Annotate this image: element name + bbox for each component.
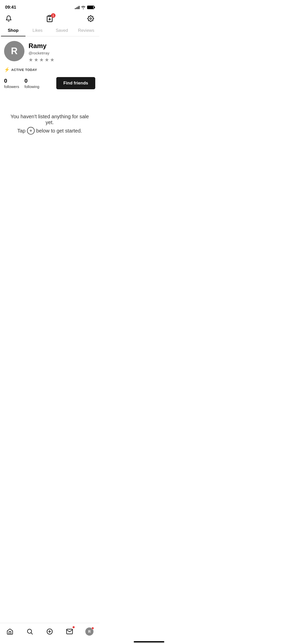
profile-tabs: Shop Likes Saved Reviews [0, 25, 99, 36]
followers-stat[interactable]: 0 followers [4, 78, 24, 89]
empty-text-line1: You haven't listed anything for sale yet… [8, 114, 92, 125]
below-label: below to get started. [36, 128, 82, 134]
tab-likes[interactable]: Likes [25, 25, 50, 36]
following-count: 0 [24, 78, 45, 84]
avatar: R [4, 41, 24, 61]
social-stats: 0 followers 0 following Find friends [0, 76, 99, 93]
plus-circle-icon: + [27, 127, 35, 135]
followers-count: 0 [4, 78, 24, 84]
profile-name: Ramy [29, 42, 55, 50]
followers-label: followers [4, 84, 24, 89]
tab-reviews[interactable]: Reviews [74, 25, 99, 36]
tap-label: Tap [17, 128, 25, 134]
star-5: ★ [50, 57, 55, 63]
signal-icon [75, 6, 79, 9]
empty-text-line2: Tap + below to get started. [17, 127, 82, 135]
tab-saved[interactable]: Saved [50, 25, 74, 36]
star-rating: ★ ★ ★ ★ ★ [29, 57, 55, 63]
avatar-letter: R [11, 46, 18, 56]
profile-section: R Ramy @rocketrray ★ ★ ★ ★ ★ [0, 36, 99, 65]
status-icons [75, 6, 94, 9]
active-text: ACTIVE TODAY [11, 68, 37, 72]
svg-rect-0 [49, 16, 51, 17]
following-stat[interactable]: 0 following [24, 78, 45, 89]
notification-badge: 1 [51, 13, 56, 18]
bell-icon [5, 15, 12, 22]
wifi-icon [81, 6, 86, 9]
star-4: ★ [45, 57, 49, 63]
svg-point-3 [90, 18, 92, 20]
empty-state: You haven't listed anything for sale yet… [0, 93, 99, 145]
gear-icon [87, 15, 94, 22]
battery-icon [87, 6, 94, 9]
app-header: 1 [0, 13, 99, 25]
settings-button[interactable] [87, 15, 94, 22]
profile-handle: @rocketrray [29, 51, 55, 55]
lightning-icon: ⚡ [4, 67, 10, 72]
tab-shop[interactable]: Shop [1, 25, 25, 36]
star-2: ★ [34, 57, 38, 63]
status-time: 09:41 [5, 5, 16, 10]
orders-button[interactable]: 1 [46, 15, 53, 22]
notifications-button[interactable] [5, 15, 12, 22]
following-label: following [24, 84, 45, 89]
find-friends-button[interactable]: Find friends [56, 77, 95, 89]
profile-info: Ramy @rocketrray ★ ★ ★ ★ ★ [29, 41, 55, 63]
active-status: ⚡ ACTIVE TODAY [0, 65, 99, 76]
star-1: ★ [29, 57, 33, 63]
status-bar: 09:41 [0, 0, 99, 13]
star-3: ★ [39, 57, 44, 63]
